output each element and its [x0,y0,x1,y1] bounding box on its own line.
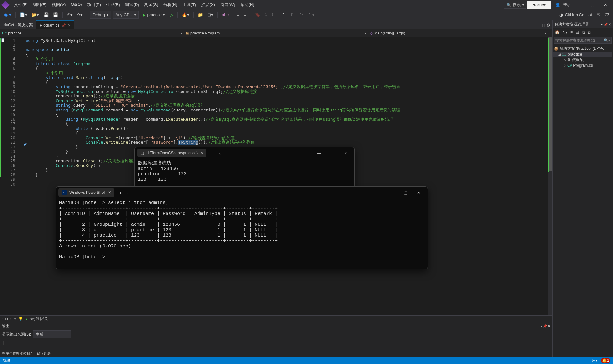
source-control-icon[interactable]: ↑库▾ [590,358,598,363]
notification-icon[interactable]: 🔔1 [601,358,610,363]
split-icon[interactable]: ◫ [541,23,545,27]
flag-button-4[interactable]: 🏳▾ [306,11,316,18]
copy-icon[interactable]: ⧉ [581,29,586,35]
lightbulb-icon[interactable]: 💡 [19,317,23,321]
add-icon[interactable]: + [548,31,550,35]
menu-item[interactable]: 编辑(E) [30,1,49,9]
close-tab-icon[interactable]: ✕ [108,190,111,195]
pin-icon[interactable]: 📌 [61,23,66,27]
flag-button-2[interactable]: 🏳 [289,11,297,18]
close-icon[interactable]: ✕ [339,149,352,157]
uncomment-button[interactable]: ≡ [243,11,248,18]
crumb-project[interactable]: C# practice ▾ [0,30,184,36]
output-panel: 100 % ▾ 💡 ● 未找到相关 输出 ▾ 📌 ✕ 显示输出来源(S): 生成… [0,315,552,357]
admin-button[interactable]: 🛡 [603,11,610,18]
minimize-button[interactable]: — [574,0,585,9]
step-button[interactable]: ⤵ [263,11,268,18]
tab-program-cs[interactable]: Program.cs 📌 ✕ [36,20,74,29]
tab-dropdown-icon[interactable]: ⌵ [219,151,221,155]
output-body[interactable]: | [0,339,552,350]
solution-root-node[interactable]: 📦 解决方案 'Practice' (1 个项 [553,46,612,52]
sync-icon[interactable]: ↻▾ [562,29,569,35]
login-link[interactable]: 登录 [563,2,571,8]
terminal-tab-ps[interactable]: >_ Windows PowerShell ✕ [58,188,114,197]
share-button[interactable]: ⇱ [595,11,602,18]
menu-item[interactable]: 分析(N) [161,1,180,9]
menu-item[interactable]: 帮助(H) [238,1,257,9]
terminal-window-practice[interactable]: ▢ H:\TermOne\CShape\practice\ ✕ + ⌵ — ▢ … [134,147,355,188]
terminal-output[interactable]: MariaDB [hotel]> select * from admins; +… [56,198,428,269]
comment-button[interactable]: ≡ [236,11,241,18]
account-icon[interactable]: 👤 [555,3,560,7]
bottom-tab-pkg[interactable]: 程序包管理器控制台 [2,351,34,356]
menu-item[interactable]: 测试(S) [142,1,160,9]
menu-item[interactable]: 扩展(X) [198,1,217,9]
maximize-icon[interactable]: ▢ [326,149,339,157]
new-tab-button[interactable]: + [116,189,125,196]
redo-button[interactable]: ↷▾ [75,11,84,18]
close-tab-icon[interactable]: ✕ [68,23,71,27]
run-button[interactable]: ▶practice▾ [140,11,167,18]
minimize-icon[interactable]: — [385,188,399,197]
vertical-scrollbar[interactable] [548,37,552,315]
terminal-window-powershell[interactable]: >_ Windows PowerShell ✕ + ⌵ — ▢ ✕ MariaD… [56,186,428,269]
close-tab-icon[interactable]: ✕ [200,151,203,155]
github-copilot-link[interactable]: ◑ GitHub Copilot [557,11,594,18]
solution-name-button[interactable]: Practice [527,1,551,9]
solution-search[interactable]: 搜索解决方案资源管理器( 🔍▾ [554,37,612,44]
maximize-button[interactable]: ▢ [587,0,598,9]
menu-item[interactable]: 项目(P) [85,1,104,9]
platform-combo[interactable]: Any CPU▾ [113,11,139,19]
step-button-2[interactable]: ⤴ [270,11,275,18]
menu-item[interactable]: 窗口(W) [218,1,238,9]
hot-reload-button[interactable]: 🔥▾ [180,11,191,18]
config-combo[interactable]: Debug▾ [90,11,111,19]
crumb-method[interactable]: ◇ Main(string[] args) ▾ + [368,30,552,36]
undo-button[interactable]: ↶▾ [65,11,74,18]
menu-item[interactable]: 生成(B) [104,1,122,9]
collapse-icon[interactable]: ≡ [570,29,574,35]
solution-explorer-title: 解决方案资源管理器 [555,22,589,27]
project-node[interactable]: ◢ C# practice [553,52,612,57]
menu-item[interactable]: Git(G) [68,1,84,9]
dropdown-icon[interactable]: ▾ 📌 ✕ [601,23,611,26]
bookmark-button[interactable]: 🔖 [253,11,262,18]
file-node-program[interactable]: ▷ C# Program.cs [553,63,612,68]
menu-item[interactable]: 文件(F) [12,1,30,9]
cmd-icon: ▢ [140,151,144,155]
browse-button[interactable]: 📁 [196,11,205,18]
save-all-button[interactable]: 💾 [51,11,60,18]
zoom-level[interactable]: 100 % [2,317,12,321]
new-item-button[interactable]: 📄▾ [18,11,29,18]
minimize-icon[interactable]: — [312,149,325,157]
flag-button[interactable]: 🏳 [281,11,288,18]
close-icon[interactable]: ✕ [413,188,425,197]
tab-nuget[interactable]: NuGet - 解决方案 [0,20,36,29]
gear-icon[interactable]: ⚙ [547,23,550,27]
layout-button[interactable]: ⊞▾ [206,11,215,18]
search-box[interactable]: 🔍 搜索 ▾ [504,1,526,9]
open-button[interactable]: 📂▾ [30,11,41,18]
word-wrap-button[interactable]: abc [220,11,230,18]
maximize-icon[interactable]: ▢ [399,188,412,197]
menu-item[interactable]: 工具(T) [180,1,199,9]
dependencies-node[interactable]: ▷ ⛓ 依赖项 [553,57,612,63]
close-button[interactable]: ✕ [600,0,610,9]
bottom-tab-errors[interactable]: 错误列表 [37,351,51,356]
menu-item[interactable]: 视图(V) [49,1,68,9]
show-all-icon[interactable]: ▤ [575,29,580,35]
save-button[interactable]: 💾 [42,11,50,18]
search-icon: 🔍 [506,3,511,7]
crumb-class[interactable]: ⊞ practice.Program ▾ [184,30,368,36]
new-tab-button[interactable]: + [208,149,217,157]
run-no-debug-button[interactable]: ▷ [168,11,175,18]
terminal-tab[interactable]: ▢ H:\TermOne\CShape\practice\ ✕ [137,149,206,157]
terminal-output[interactable]: 数据库连接成功 admin 123456 practice 123 123 12… [135,159,354,188]
home-icon[interactable]: 🏠 [554,29,561,35]
menu-item[interactable]: 调试(D) [122,1,142,9]
nav-back-button[interactable]: ◉ ▾ [3,11,13,18]
flag-button-3[interactable]: 🏳 [298,11,305,18]
tab-dropdown-icon[interactable]: ⌵ [127,191,129,194]
copy-icon-2[interactable]: ⧉ [587,29,592,35]
output-source-combo[interactable]: 生成 [33,330,71,338]
